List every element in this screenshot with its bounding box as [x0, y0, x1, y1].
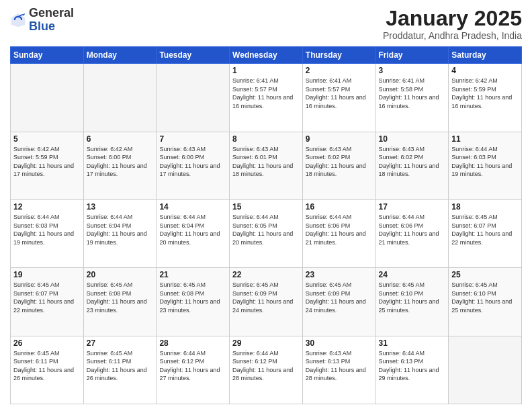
day-info: Sunrise: 6:43 AMSunset: 6:00 PMDaylight:… — [159, 145, 226, 179]
svg-marker-1 — [23, 13, 25, 16]
day-number: 14 — [159, 202, 226, 212]
day-cell-26: 26Sunrise: 6:45 AMSunset: 6:11 PMDayligh… — [11, 336, 84, 404]
day-info: Sunrise: 6:41 AMSunset: 5:57 PMDaylight:… — [306, 77, 373, 110]
day-number: 4 — [451, 66, 519, 75]
day-number: 27 — [87, 338, 154, 348]
day-cell-23: 23Sunrise: 6:45 AMSunset: 6:09 PMDayligh… — [302, 268, 375, 336]
day-info: Sunrise: 6:43 AMSunset: 6:01 PMDaylight:… — [232, 145, 300, 179]
day-number: 29 — [232, 338, 300, 348]
logo-general-text: General — [29, 6, 74, 19]
day-info: Sunrise: 6:42 AMSunset: 5:59 PMDaylight:… — [451, 77, 519, 110]
day-info: Sunrise: 6:45 AMSunset: 6:08 PMDaylight:… — [87, 281, 154, 314]
day-info: Sunrise: 6:44 AMSunset: 6:06 PMDaylight:… — [306, 213, 373, 246]
day-number: 28 — [159, 338, 226, 348]
weekday-header-row: SundayMondayTuesdayWednesdayThursdayFrid… — [11, 47, 522, 64]
day-info: Sunrise: 6:45 AMSunset: 6:11 PMDaylight:… — [87, 349, 154, 383]
day-info: Sunrise: 6:42 AMSunset: 5:59 PMDaylight:… — [13, 145, 81, 179]
day-cell-20: 20Sunrise: 6:45 AMSunset: 6:08 PMDayligh… — [83, 268, 157, 336]
day-info: Sunrise: 6:45 AMSunset: 6:10 PMDaylight:… — [379, 281, 446, 314]
week-row-3: 12Sunrise: 6:44 AMSunset: 6:03 PMDayligh… — [11, 199, 522, 267]
weekday-header-sunday: Sunday — [11, 47, 84, 64]
day-info: Sunrise: 6:45 AMSunset: 6:08 PMDaylight:… — [159, 281, 226, 314]
day-info: Sunrise: 6:44 AMSunset: 6:04 PMDaylight:… — [87, 213, 154, 246]
day-number: 8 — [232, 134, 300, 144]
day-cell-1: 1Sunrise: 6:41 AMSunset: 5:57 PMDaylight… — [230, 64, 303, 132]
empty-cell — [157, 64, 230, 132]
day-cell-30: 30Sunrise: 6:43 AMSunset: 6:13 PMDayligh… — [302, 336, 375, 404]
day-number: 22 — [232, 270, 300, 279]
day-number: 17 — [379, 202, 446, 212]
day-cell-18: 18Sunrise: 6:45 AMSunset: 6:07 PMDayligh… — [449, 199, 522, 267]
day-info: Sunrise: 6:45 AMSunset: 6:07 PMDaylight:… — [451, 213, 519, 246]
day-info: Sunrise: 6:44 AMSunset: 6:13 PMDaylight:… — [379, 349, 446, 383]
day-number: 10 — [379, 134, 446, 144]
day-number: 20 — [87, 270, 154, 279]
day-cell-31: 31Sunrise: 6:44 AMSunset: 6:13 PMDayligh… — [375, 336, 449, 404]
day-info: Sunrise: 6:42 AMSunset: 6:00 PMDaylight:… — [87, 145, 154, 179]
day-info: Sunrise: 6:45 AMSunset: 6:10 PMDaylight:… — [451, 281, 519, 314]
weekday-header-thursday: Thursday — [302, 47, 375, 64]
day-cell-12: 12Sunrise: 6:44 AMSunset: 6:03 PMDayligh… — [11, 199, 84, 267]
day-cell-8: 8Sunrise: 6:43 AMSunset: 6:01 PMDaylight… — [230, 132, 303, 199]
day-number: 25 — [451, 270, 519, 279]
day-cell-4: 4Sunrise: 6:42 AMSunset: 5:59 PMDaylight… — [449, 64, 522, 132]
day-number: 30 — [306, 338, 373, 348]
day-cell-9: 9Sunrise: 6:43 AMSunset: 6:02 PMDaylight… — [302, 132, 375, 199]
day-cell-5: 5Sunrise: 6:42 AMSunset: 5:59 PMDaylight… — [11, 132, 84, 199]
day-info: Sunrise: 6:45 AMSunset: 6:11 PMDaylight:… — [13, 349, 81, 383]
month-title: January 2025 — [383, 7, 522, 30]
weekday-header-monday: Monday — [83, 47, 157, 64]
day-cell-3: 3Sunrise: 6:41 AMSunset: 5:58 PMDaylight… — [375, 64, 449, 132]
day-cell-13: 13Sunrise: 6:44 AMSunset: 6:04 PMDayligh… — [83, 199, 157, 267]
day-cell-19: 19Sunrise: 6:45 AMSunset: 6:07 PMDayligh… — [11, 268, 84, 336]
day-number: 19 — [13, 270, 81, 279]
day-info: Sunrise: 6:44 AMSunset: 6:05 PMDaylight:… — [232, 213, 300, 246]
week-row-5: 26Sunrise: 6:45 AMSunset: 6:11 PMDayligh… — [11, 336, 522, 404]
day-number: 9 — [306, 134, 373, 144]
empty-cell — [11, 64, 84, 132]
empty-cell — [83, 64, 157, 132]
day-number: 16 — [306, 202, 373, 212]
title-block: January 2025 Proddatur, Andhra Pradesh, … — [383, 7, 522, 41]
day-info: Sunrise: 6:44 AMSunset: 6:03 PMDaylight:… — [13, 213, 81, 246]
day-number: 2 — [306, 66, 373, 75]
header: General Blue January 2025 Proddatur, And… — [10, 7, 522, 41]
day-number: 7 — [159, 134, 226, 144]
day-number: 18 — [451, 202, 519, 212]
day-info: Sunrise: 6:45 AMSunset: 6:09 PMDaylight:… — [232, 281, 300, 314]
day-number: 26 — [13, 338, 81, 348]
day-cell-22: 22Sunrise: 6:45 AMSunset: 6:09 PMDayligh… — [230, 268, 303, 336]
page: General Blue January 2025 Proddatur, And… — [0, 0, 532, 411]
day-cell-15: 15Sunrise: 6:44 AMSunset: 6:05 PMDayligh… — [230, 199, 303, 267]
calendar-body: 1Sunrise: 6:41 AMSunset: 5:57 PMDaylight… — [11, 64, 522, 404]
day-info: Sunrise: 6:44 AMSunset: 6:03 PMDaylight:… — [451, 145, 519, 179]
empty-cell — [449, 336, 522, 404]
day-info: Sunrise: 6:45 AMSunset: 6:07 PMDaylight:… — [13, 281, 81, 314]
day-cell-14: 14Sunrise: 6:44 AMSunset: 6:04 PMDayligh… — [157, 199, 230, 267]
svg-marker-0 — [11, 13, 26, 28]
day-info: Sunrise: 6:43 AMSunset: 6:02 PMDaylight:… — [306, 145, 373, 179]
day-info: Sunrise: 6:43 AMSunset: 6:02 PMDaylight:… — [379, 145, 446, 179]
day-info: Sunrise: 6:44 AMSunset: 6:12 PMDaylight:… — [159, 349, 226, 383]
day-number: 15 — [232, 202, 300, 212]
day-info: Sunrise: 6:41 AMSunset: 5:57 PMDaylight:… — [232, 77, 300, 110]
weekday-header-friday: Friday — [375, 47, 449, 64]
day-number: 3 — [379, 66, 446, 75]
day-cell-28: 28Sunrise: 6:44 AMSunset: 6:12 PMDayligh… — [157, 336, 230, 404]
day-number: 6 — [87, 134, 154, 144]
weekday-header-wednesday: Wednesday — [230, 47, 303, 64]
logo: General Blue — [10, 7, 74, 34]
day-number: 23 — [306, 270, 373, 279]
day-number: 24 — [379, 270, 446, 279]
day-cell-17: 17Sunrise: 6:44 AMSunset: 6:06 PMDayligh… — [375, 199, 449, 267]
day-cell-29: 29Sunrise: 6:44 AMSunset: 6:12 PMDayligh… — [230, 336, 303, 404]
weekday-header-tuesday: Tuesday — [157, 47, 230, 64]
day-cell-25: 25Sunrise: 6:45 AMSunset: 6:10 PMDayligh… — [449, 268, 522, 336]
week-row-1: 1Sunrise: 6:41 AMSunset: 5:57 PMDaylight… — [11, 64, 522, 132]
day-cell-10: 10Sunrise: 6:43 AMSunset: 6:02 PMDayligh… — [375, 132, 449, 199]
week-row-4: 19Sunrise: 6:45 AMSunset: 6:07 PMDayligh… — [11, 268, 522, 336]
day-info: Sunrise: 6:43 AMSunset: 6:13 PMDaylight:… — [306, 349, 373, 383]
day-cell-11: 11Sunrise: 6:44 AMSunset: 6:03 PMDayligh… — [449, 132, 522, 199]
day-number: 5 — [13, 134, 81, 144]
day-number: 21 — [159, 270, 226, 279]
